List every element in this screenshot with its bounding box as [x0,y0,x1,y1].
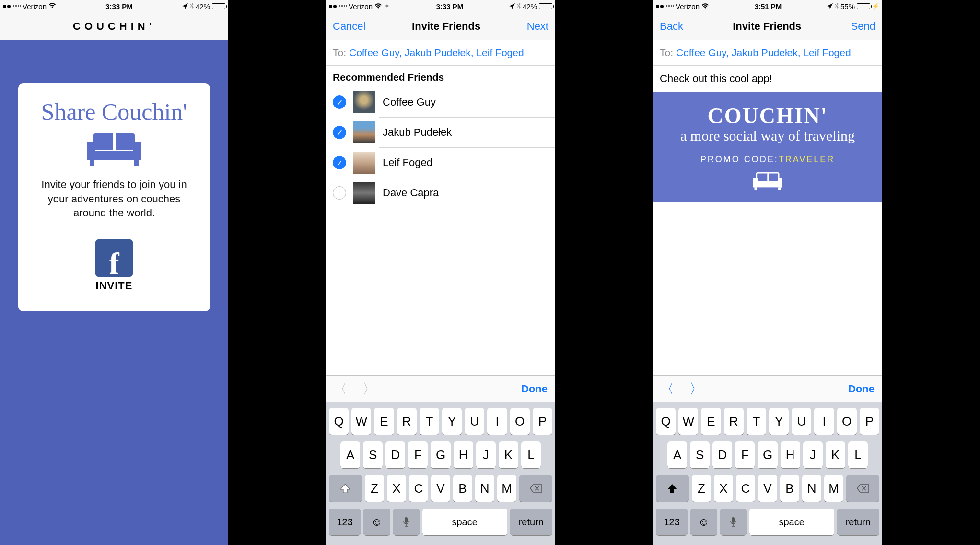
numbers-key[interactable]: 123 [329,509,361,535]
key-p[interactable]: P [533,408,552,435]
svg-rect-14 [778,187,781,190]
key-m[interactable]: M [497,475,516,502]
svg-rect-1 [113,133,116,150]
key-a[interactable]: A [667,441,687,468]
key-i[interactable]: I [487,408,507,435]
key-q[interactable]: Q [329,408,349,435]
key-i[interactable]: I [814,408,834,435]
friend-row[interactable]: ✓ Leif Foged [326,148,555,178]
to-field[interactable]: To: Coffee Guy, Jakub Pudełek, Leif Foge… [326,40,555,66]
shift-key[interactable] [656,475,689,502]
friend-name: Coffee Guy [383,96,436,108]
recommended-header: Recommended Friends [326,66,555,87]
key-n[interactable]: N [802,475,821,502]
key-w[interactable]: W [678,408,698,435]
key-c[interactable]: C [736,475,755,502]
checkbox-icon[interactable]: ✓ [333,95,346,109]
prev-field-button[interactable]: 〈 [334,380,347,398]
key-f[interactable]: F [408,441,428,468]
share-description: Invite your friends to join you in your … [31,178,198,220]
key-e[interactable]: E [701,408,721,435]
message-text-input[interactable]: Check out this cool app! [660,72,875,85]
key-y[interactable]: Y [769,408,789,435]
checkbox-icon[interactable] [333,186,346,200]
key-x[interactable]: X [714,475,733,502]
key-o[interactable]: O [837,408,857,435]
emoji-key[interactable]: ☺ [363,509,390,535]
key-c[interactable]: C [409,475,428,502]
done-button[interactable]: Done [848,383,875,395]
promo-code-label: PROMO CODE: [700,154,779,164]
key-l[interactable]: L [848,441,868,468]
key-f[interactable]: F [735,441,755,468]
backspace-key[interactable] [846,475,879,502]
key-d[interactable]: D [712,441,732,468]
mic-key[interactable] [393,509,420,535]
facebook-invite-button[interactable]: f INVITE [95,239,133,292]
key-v[interactable]: V [758,475,777,502]
screen-invite-select: Verizon ✶ 3:33 PM 42% Cancel Invite Frie… [326,0,555,545]
space-key[interactable]: space [422,509,507,535]
key-g[interactable]: G [758,441,777,468]
key-p[interactable]: P [860,408,879,435]
key-h[interactable]: H [454,441,473,468]
key-y[interactable]: Y [442,408,462,435]
friend-name: Jakub Pudełek [383,126,452,139]
key-s[interactable]: S [690,441,710,468]
key-s[interactable]: S [363,441,383,468]
prev-field-button[interactable]: 〈 [661,380,674,398]
cancel-button[interactable]: Cancel [333,20,365,33]
key-q[interactable]: Q [656,408,676,435]
key-z[interactable]: Z [365,475,384,502]
key-z[interactable]: Z [692,475,711,502]
friend-row[interactable]: ✓ Jakub Pudełek [326,118,555,147]
done-button[interactable]: Done [521,383,548,395]
next-field-button[interactable]: 〉 [362,380,376,398]
key-b[interactable]: B [453,475,472,502]
backspace-key[interactable] [519,475,552,502]
key-h[interactable]: H [781,441,800,468]
key-o[interactable]: O [510,408,530,435]
next-button[interactable]: Next [527,20,548,33]
key-l[interactable]: L [521,441,541,468]
send-button[interactable]: Send [851,20,875,33]
key-t[interactable]: T [747,408,766,435]
checkbox-icon[interactable]: ✓ [333,126,346,139]
checkbox-icon[interactable]: ✓ [333,156,346,169]
key-t[interactable]: T [420,408,439,435]
to-field[interactable]: To: Coffee Guy, Jakub Pudełek, Leif Foge… [653,40,882,66]
signal-dots-icon [656,5,674,8]
mic-key[interactable] [720,509,747,535]
key-k[interactable]: K [826,441,845,468]
key-a[interactable]: A [340,441,360,468]
emoji-key[interactable]: ☺ [690,509,717,535]
next-field-button[interactable]: 〉 [689,380,703,398]
key-x[interactable]: X [387,475,406,502]
key-u[interactable]: U [792,408,811,435]
key-r[interactable]: R [397,408,417,435]
key-m[interactable]: M [824,475,843,502]
key-k[interactable]: K [499,441,518,468]
key-b[interactable]: B [780,475,799,502]
screen-share: Verizon 3:33 PM 42% COUCHIN' Share Couch [0,0,228,545]
return-key[interactable]: return [510,509,552,535]
key-j[interactable]: J [476,441,496,468]
shift-key[interactable] [329,475,362,502]
key-r[interactable]: R [724,408,744,435]
key-u[interactable]: U [465,408,484,435]
back-button[interactable]: Back [660,20,683,33]
key-n[interactable]: N [475,475,494,502]
key-j[interactable]: J [803,441,823,468]
numbers-key[interactable]: 123 [656,509,688,535]
key-v[interactable]: V [431,475,450,502]
friend-row[interactable]: ✓ Coffee Guy [326,87,555,117]
key-g[interactable]: G [431,441,450,468]
friend-row[interactable]: Dave Capra [326,178,555,208]
return-key[interactable]: return [837,509,879,535]
key-d[interactable]: D [385,441,405,468]
key-e[interactable]: E [374,408,394,435]
bluetooth-icon [190,2,194,11]
status-time: 3:33 PM [105,2,133,11]
key-w[interactable]: W [351,408,371,435]
space-key[interactable]: space [749,509,834,535]
